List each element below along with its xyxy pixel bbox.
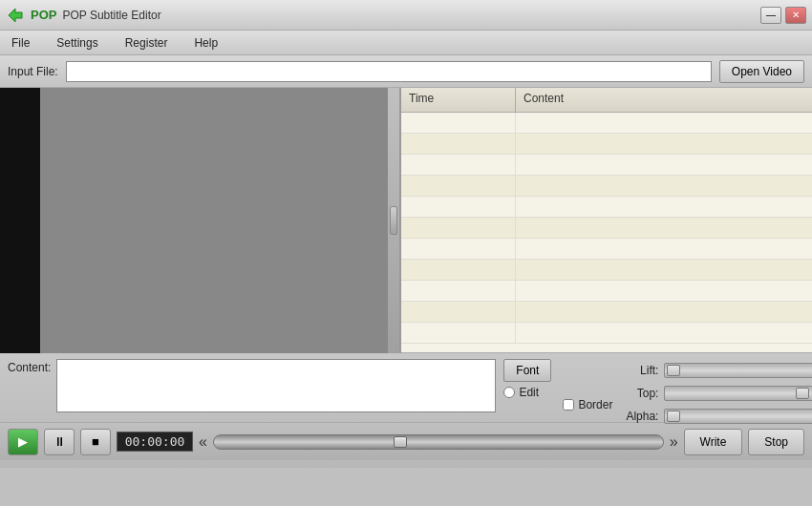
app-name-sub: POP Subtitle Editor [62, 9, 160, 22]
edit-row: Edit [503, 386, 551, 399]
border-checkbox[interactable] [563, 399, 574, 411]
row-content [516, 302, 812, 322]
font-edit-col: Font Edit [503, 359, 551, 416]
open-video-button[interactable]: Open Video [719, 60, 804, 83]
row-content [516, 218, 812, 238]
lift-slider[interactable] [664, 363, 812, 378]
input-file-row: Input File: Open Video [0, 55, 812, 88]
seek-thumb [394, 436, 407, 448]
content-left-col: Content: [8, 359, 496, 416]
border-row: Border [563, 393, 612, 416]
stop-button-playback[interactable]: ■ [80, 429, 111, 455]
border-label: Border [578, 398, 612, 411]
row-content [516, 239, 812, 259]
top-slider[interactable] [664, 386, 812, 401]
title-controls: — ✕ [760, 7, 806, 24]
app-name-pop: POP [31, 8, 56, 22]
title-left: POP POP Subtitle Editor [6, 6, 161, 25]
row-content [516, 197, 812, 217]
video-scroll [388, 88, 399, 353]
row-time [401, 113, 516, 133]
stop-icon: ■ [92, 434, 99, 449]
row-time [401, 302, 516, 322]
menu-file[interactable]: File [6, 34, 35, 52]
font-button[interactable]: Font [503, 359, 551, 382]
table-row[interactable] [401, 197, 812, 218]
row-content [516, 155, 812, 175]
row-time [401, 197, 516, 217]
content-section: Content: Font Edit Border Lift: [0, 353, 812, 422]
table-row[interactable] [401, 176, 812, 197]
alpha-row: Alpha: [620, 409, 812, 424]
input-file-field[interactable] [66, 61, 712, 82]
video-center [40, 88, 388, 353]
title-bar: POP POP Subtitle Editor — ✕ [0, 0, 812, 31]
minimize-button[interactable]: — [760, 7, 781, 24]
time-display: 00:00:00 [117, 432, 193, 452]
seek-bar[interactable] [213, 434, 664, 450]
table-row[interactable] [401, 260, 812, 281]
lift-thumb [667, 365, 680, 376]
menu-settings[interactable]: Settings [51, 34, 103, 52]
top-thumb [796, 388, 809, 399]
row-time [401, 239, 516, 259]
row-content [516, 323, 812, 343]
table-rows [401, 113, 812, 352]
write-button[interactable]: Write [684, 429, 743, 455]
lift-row: Lift: [620, 363, 812, 378]
table-row[interactable] [401, 113, 812, 134]
video-display [0, 88, 399, 353]
row-time [401, 281, 516, 301]
pause-button[interactable]: ⏸ [44, 429, 75, 455]
edit-radio[interactable] [503, 387, 515, 398]
play-icon: ▶ [18, 434, 28, 449]
table-row[interactable] [401, 155, 812, 176]
edit-label: Edit [519, 386, 539, 399]
row-time [401, 155, 516, 175]
menu-register[interactable]: Register [119, 34, 174, 52]
row-content [516, 260, 812, 280]
row-time [401, 323, 516, 343]
row-content [516, 113, 812, 133]
alpha-label: Alpha: [620, 410, 658, 423]
seek-right-button[interactable]: » [670, 433, 678, 451]
table-row[interactable] [401, 281, 812, 302]
col-time-header: Time [401, 88, 516, 112]
sliders-area: Lift: Top: Alpha: [620, 359, 812, 416]
row-time [401, 176, 516, 196]
menu-bar: File Settings Register Help [0, 31, 812, 55]
close-button[interactable]: ✕ [785, 7, 806, 24]
subtitle-table: Time Content [401, 88, 812, 352]
alpha-thumb [667, 411, 680, 422]
top-label: Top: [620, 387, 658, 400]
alpha-slider[interactable] [664, 409, 812, 424]
row-time [401, 260, 516, 280]
video-panel [0, 88, 401, 353]
app-icon [6, 6, 25, 25]
row-content [516, 281, 812, 301]
playback-row: ▶ ⏸ ■ 00:00:00 « » Write Stop [0, 422, 812, 460]
content-textarea[interactable] [56, 359, 496, 412]
table-header: Time Content [401, 88, 812, 113]
table-row[interactable] [401, 239, 812, 260]
video-black-left [0, 88, 40, 353]
top-row: Top: [620, 386, 812, 401]
pause-icon: ⏸ [53, 434, 66, 449]
menu-help[interactable]: Help [188, 34, 224, 52]
table-row[interactable] [401, 323, 812, 344]
seek-left-button[interactable]: « [199, 433, 207, 451]
table-row[interactable] [401, 218, 812, 239]
row-content [516, 134, 812, 154]
content-label: Content: [8, 361, 51, 374]
lift-label: Lift: [620, 364, 658, 377]
row-time [401, 134, 516, 154]
bottom-area: Content: Font Edit Border Lift: [0, 353, 812, 468]
row-content [516, 176, 812, 196]
play-button[interactable]: ▶ [8, 429, 38, 455]
table-row[interactable] [401, 302, 812, 323]
stop-button[interactable]: Stop [748, 429, 804, 455]
input-file-label: Input File: [8, 65, 58, 78]
table-row[interactable] [401, 134, 812, 155]
col-content-header: Content [516, 88, 812, 112]
svg-marker-0 [9, 9, 22, 22]
